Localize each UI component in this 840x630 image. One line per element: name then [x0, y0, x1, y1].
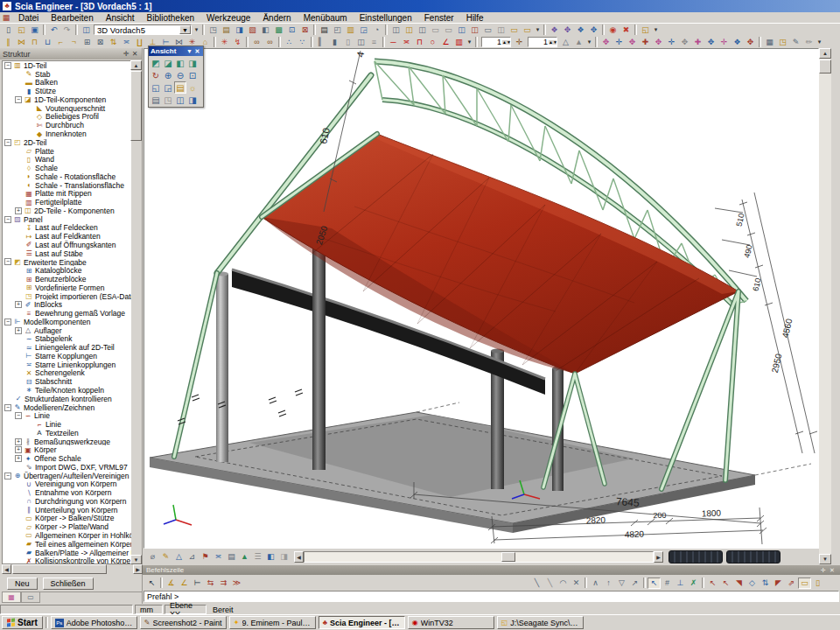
ansicht-palette-header[interactable]: Ansicht ▼ ✕: [149, 46, 203, 56]
open-folder-icon[interactable]: ◱: [639, 24, 652, 36]
tree-item[interactable]: ≍Starre Linienkopplungen: [3, 360, 131, 369]
tab-window[interactable]: ▭: [21, 592, 40, 603]
tree-item[interactable]: ∪Vereinigung von Körpern: [3, 480, 131, 489]
tree-item[interactable]: ◆Innenknoten: [3, 130, 131, 138]
tree-item[interactable]: −◰2D-Teil: [3, 138, 131, 147]
select-level-icon[interactable]: ✛: [513, 37, 526, 48]
close-icon[interactable]: ✕: [193, 48, 201, 55]
tree-item[interactable]: ✓Strukturdaten kontrollieren: [3, 395, 131, 403]
tree-item[interactable]: ✕Scherengelenk: [3, 369, 131, 378]
triangle-mesh-icon[interactable]: △: [172, 551, 186, 563]
tree-item[interactable]: ◣Voutenquerschnitt: [3, 104, 131, 113]
tree-item[interactable]: +✐InBlocks: [3, 300, 131, 309]
window-split-2-icon[interactable]: ◨: [277, 551, 290, 563]
mode-more-icon[interactable]: ▾: [585, 37, 593, 48]
tree-item[interactable]: −⊩Modellkomponenten: [3, 318, 131, 326]
modify-icon[interactable]: ✎: [159, 551, 172, 563]
view-axo-icon[interactable]: ◨: [186, 57, 199, 69]
scroll-thumb[interactable]: [819, 60, 831, 74]
tree-item[interactable]: ATextzeilen: [3, 429, 131, 438]
terrain-icon[interactable]: ▲: [238, 551, 251, 563]
section-icon[interactable]: ⊿: [186, 551, 199, 563]
zoom-selection-icon[interactable]: ◲: [162, 81, 174, 94]
cursor-c-icon[interactable]: ◥: [732, 578, 746, 589]
node-display-6-icon[interactable]: ✛: [665, 37, 678, 48]
opening-tool-icon[interactable]: ¬: [67, 37, 80, 48]
view-frame-1-icon[interactable]: ◫: [389, 24, 402, 36]
tree-item[interactable]: −✎Modellieren/Zeichnen: [3, 403, 131, 412]
project-settings-icon[interactable]: ◳: [206, 24, 220, 36]
view-top-icon[interactable]: ◧: [174, 57, 186, 69]
command-input[interactable]: Prefähl >: [144, 591, 839, 602]
node-snap-icon[interactable]: ↖: [648, 578, 661, 589]
zoom-all-icon[interactable]: ◱: [150, 81, 162, 94]
folder-more-icon[interactable]: ▾: [652, 24, 660, 36]
annotate-icon[interactable]: ✎: [789, 37, 802, 48]
node-display-4-icon[interactable]: ✚: [639, 37, 652, 48]
view-frame-10-icon[interactable]: ▭: [508, 24, 521, 36]
node-display-9-icon[interactable]: ✥: [704, 37, 718, 48]
box-select-2-icon[interactable]: ▯: [811, 578, 824, 589]
view-frame-9-icon[interactable]: ◫: [494, 24, 508, 36]
box-select-icon[interactable]: ▭: [798, 578, 811, 589]
cursor-b-icon[interactable]: ↖: [719, 578, 732, 589]
grid-tool-icon[interactable]: ⊞: [80, 37, 94, 48]
node-tool-icon[interactable]: ∥: [2, 37, 15, 48]
scroll-down-icon[interactable]: ▼: [130, 555, 142, 564]
annotate-more-icon[interactable]: ▾: [816, 37, 823, 48]
block-tool-icon[interactable]: ⊠: [94, 37, 107, 48]
window-layers-icon[interactable]: ◫: [174, 94, 186, 106]
annotate-2-icon[interactable]: ✏: [802, 37, 816, 48]
ortho-icon[interactable]: ⊥: [674, 578, 687, 589]
tree-item[interactable]: ▱Körper -> Platte/Wand: [3, 522, 131, 531]
snap-end-icon[interactable]: ⊢: [191, 578, 204, 589]
draw-arc-icon[interactable]: ◠: [556, 578, 570, 589]
dim-line-icon[interactable]: ─: [387, 37, 400, 48]
member-labels-icon[interactable]: ∵: [296, 37, 309, 48]
tree-item[interactable]: −◩Erweiterte Eingabe: [3, 258, 131, 267]
scroll-down-icon[interactable]: ▼: [819, 554, 831, 564]
tree-item[interactable]: ✗Kollisionskontrolle von Körpern: [3, 556, 131, 564]
visibility-icon[interactable]: ▤: [174, 81, 186, 94]
tree-item[interactable]: ✎Stab: [3, 70, 131, 79]
poly-up-icon[interactable]: ∧: [589, 578, 602, 589]
pin-icon[interactable]: ✛: [819, 567, 828, 574]
tree-item[interactable]: ⊢Starre Kopplungen: [3, 352, 131, 360]
zoom-mode-icon[interactable]: △: [559, 37, 572, 48]
node-display-11-icon[interactable]: ❖: [731, 37, 744, 48]
select-cursor-icon[interactable]: ⌀: [146, 551, 159, 563]
dim-more-icon[interactable]: ▾: [466, 37, 473, 48]
taskbar-task[interactable]: ◱J:\Seagate Sync\SyncRe...: [497, 616, 584, 629]
tree-expander-icon[interactable]: −: [15, 412, 22, 419]
tree-item[interactable]: ▰Teil eines allgemeinen Körpers zu: [3, 540, 131, 549]
frames-more-icon[interactable]: ▾: [534, 24, 542, 36]
tree-expander-icon[interactable]: +: [15, 455, 22, 462]
redo-icon[interactable]: ↷: [60, 24, 74, 36]
tree-item[interactable]: ∗Teile/Knoten koppeln: [3, 386, 131, 395]
tree-item[interactable]: −∽Linie: [3, 411, 131, 420]
tree-item[interactable]: ▭Allgemeinen Körper in Hohlkörper: [3, 531, 131, 540]
tree-item[interactable]: −⊕Übertragen/Aufteilen/Vereinigen: [3, 472, 131, 480]
activity-spinner-2[interactable]: 1 ▲▼: [528, 37, 557, 47]
tree-expander-icon[interactable]: +: [15, 327, 22, 334]
select-arrow-icon[interactable]: ↖: [145, 578, 158, 589]
diag-icon[interactable]: ↗: [628, 578, 641, 589]
column-tool-icon[interactable]: ⊓: [28, 37, 41, 48]
scroll-right-icon[interactable]: ▶: [133, 564, 143, 574]
tree-item[interactable]: ⌐Linie: [3, 420, 131, 429]
layers-icon[interactable]: ◧: [259, 24, 272, 36]
taskbar-task[interactable]: ✎Screenshot2 - Paint: [140, 616, 227, 629]
pin-icon[interactable]: ✛: [122, 50, 130, 58]
chevron-down-icon[interactable]: ▼: [186, 48, 193, 54]
draw-line-2-icon[interactable]: ╲: [543, 578, 556, 589]
print-preview-icon[interactable]: ◰: [331, 24, 344, 36]
close-button[interactable]: Schließen: [43, 578, 94, 590]
render-mode-2-icon[interactable]: ∞: [263, 37, 276, 48]
mirror-tool-icon[interactable]: ∐: [133, 37, 146, 48]
print-view-icon[interactable]: ▤: [150, 94, 162, 106]
solver-setup-icon[interactable]: ⊠: [298, 24, 312, 36]
picture-gallery-icon[interactable]: ▥: [344, 24, 357, 36]
mesh-setup-icon[interactable]: ⊡: [285, 24, 298, 36]
table-edit-icon[interactable]: ▦: [763, 37, 776, 48]
copy-view-icon[interactable]: ◳: [162, 94, 174, 106]
